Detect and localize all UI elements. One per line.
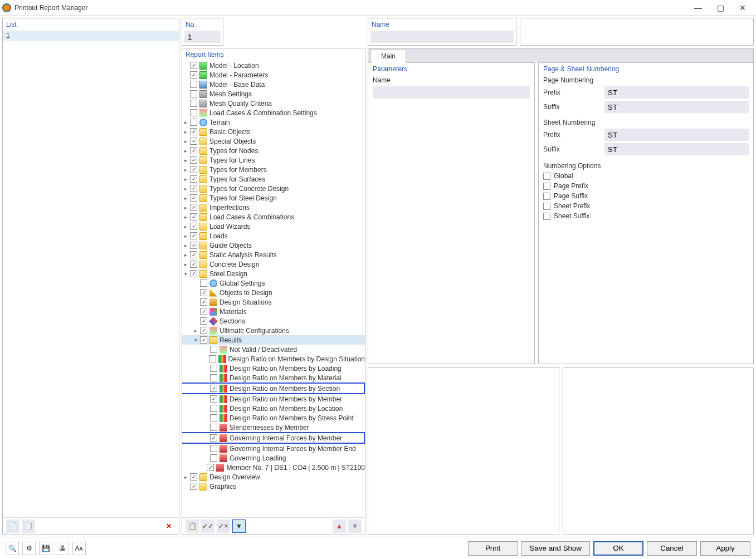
chevron-right-icon[interactable]: ▸ bbox=[192, 327, 199, 334]
tree-node[interactable]: Load Cases & Combination Settings bbox=[182, 108, 365, 117]
chevron-right-icon[interactable]: ▸ bbox=[182, 233, 189, 239]
sheet-prefix-input[interactable] bbox=[604, 129, 749, 141]
tree-node[interactable]: ▸Types for Members bbox=[182, 165, 365, 174]
option-checkbox[interactable] bbox=[543, 173, 550, 180]
chevron-right-icon[interactable]: ▸ bbox=[182, 261, 189, 268]
chevron-right-icon[interactable]: ▸ bbox=[182, 157, 189, 164]
option-checkbox[interactable] bbox=[543, 213, 550, 220]
option-checkbox[interactable] bbox=[543, 203, 550, 210]
tree-checkbox[interactable] bbox=[200, 327, 207, 334]
tree-node[interactable]: ▸Concrete Design bbox=[182, 259, 365, 269]
tree-node[interactable]: ▸Types for Nodes bbox=[182, 146, 365, 155]
tree-checkbox[interactable] bbox=[200, 317, 207, 325]
tree-node[interactable]: Mesh Quality Criteria bbox=[182, 99, 365, 108]
tab-main[interactable]: Main bbox=[370, 49, 406, 63]
language-button[interactable]: Aᴀ bbox=[72, 542, 86, 555]
page-suffix-input[interactable] bbox=[604, 101, 749, 113]
chevron-right-icon[interactable]: ▸ bbox=[182, 242, 189, 249]
tree-node[interactable]: ▸Types for Steel Design bbox=[182, 193, 365, 203]
chevron-right-icon[interactable]: ▸ bbox=[182, 185, 189, 192]
tree-checkbox[interactable] bbox=[190, 242, 197, 249]
move-down-button[interactable]: ▼ bbox=[348, 519, 362, 533]
tree-node[interactable]: ▸Basic Objects bbox=[182, 127, 365, 136]
settings-button[interactable]: ⚙ bbox=[22, 542, 36, 555]
tree-node[interactable]: Not Valid / Deactivated bbox=[182, 345, 365, 354]
tree-node[interactable]: ▸Loads bbox=[182, 231, 365, 241]
tree-node[interactable]: Design Ratio on Members by Material bbox=[182, 373, 365, 383]
tree-checkbox[interactable] bbox=[210, 424, 217, 431]
tree-checkbox[interactable] bbox=[190, 100, 197, 107]
tree-node[interactable]: Governing Internal Forces by Member End bbox=[182, 444, 365, 453]
option-checkbox[interactable] bbox=[543, 183, 550, 190]
tree-checkbox[interactable] bbox=[200, 289, 207, 296]
tree-checkbox[interactable] bbox=[200, 280, 207, 287]
tree-checkbox[interactable] bbox=[190, 166, 197, 173]
tree-checkbox[interactable] bbox=[190, 138, 197, 145]
numbering-option[interactable]: Page Prefix bbox=[539, 181, 753, 191]
filter-button[interactable]: ▼ bbox=[232, 519, 246, 533]
tree-node[interactable]: ▸Design Overview bbox=[182, 472, 365, 482]
tree-node[interactable]: Governing Internal Forces by Member bbox=[182, 433, 342, 443]
tree-checkbox[interactable] bbox=[210, 445, 217, 452]
tree-checkbox[interactable] bbox=[210, 385, 217, 392]
tree-checkbox[interactable] bbox=[190, 81, 197, 88]
tree-checkbox[interactable] bbox=[190, 147, 197, 154]
tree-node[interactable]: Governing Loading bbox=[182, 453, 365, 463]
numbering-option[interactable]: Page Suffix bbox=[539, 191, 753, 201]
tree-checkbox[interactable] bbox=[190, 483, 197, 490]
tree-node[interactable]: Model - Location bbox=[182, 61, 365, 70]
chevron-right-icon[interactable]: ▸ bbox=[182, 119, 189, 126]
tree-node[interactable]: ▸Guide Objects bbox=[182, 241, 365, 250]
tree-node[interactable]: Design Ratio on Members by Location bbox=[182, 404, 365, 413]
tree-checkbox[interactable] bbox=[190, 473, 197, 480]
tree-node[interactable]: Mesh Settings bbox=[182, 89, 365, 99]
tree-checkbox[interactable] bbox=[210, 346, 217, 353]
tree-checkbox[interactable] bbox=[210, 374, 217, 381]
tree-checkbox[interactable] bbox=[209, 355, 216, 362]
tree-checkbox[interactable] bbox=[210, 414, 217, 421]
tree-node[interactable]: Global Settings bbox=[182, 278, 365, 288]
apply-button[interactable]: Apply bbox=[700, 541, 750, 556]
list-item[interactable]: 1 bbox=[3, 31, 179, 41]
tree-checkbox[interactable] bbox=[210, 454, 217, 462]
tree-node[interactable]: ▸Ultimate Configurations bbox=[182, 326, 365, 335]
tree-node[interactable]: ▸Types for Surfaces bbox=[182, 174, 365, 184]
maximize-button[interactable]: ▢ bbox=[709, 1, 731, 14]
tree-checkbox[interactable] bbox=[190, 71, 197, 79]
tree-checkbox[interactable] bbox=[190, 204, 197, 211]
chevron-down-icon[interactable]: ▾ bbox=[192, 337, 199, 344]
tree-checkbox[interactable] bbox=[190, 232, 197, 239]
chevron-right-icon[interactable]: ▸ bbox=[182, 223, 189, 230]
chevron-right-icon[interactable]: ▸ bbox=[182, 195, 189, 202]
save-icon-button[interactable]: 💾 bbox=[39, 542, 52, 555]
close-button[interactable]: ✕ bbox=[731, 1, 754, 14]
tree-node[interactable]: Design Situations bbox=[182, 297, 365, 307]
tree-checkbox[interactable] bbox=[190, 128, 197, 135]
numbering-option[interactable]: Sheet Suffix bbox=[539, 211, 753, 221]
chevron-right-icon[interactable]: ▸ bbox=[182, 252, 189, 258]
copy-button[interactable]: 📋 bbox=[186, 519, 199, 533]
tree-checkbox[interactable] bbox=[190, 156, 197, 164]
tree-checkbox[interactable] bbox=[190, 251, 197, 258]
tree-checkbox[interactable] bbox=[190, 119, 197, 126]
tree-node[interactable]: ▸Terrain bbox=[182, 117, 365, 127]
option-checkbox[interactable] bbox=[543, 193, 550, 200]
delete-report-button[interactable]: ✕ bbox=[162, 519, 175, 533]
tree-node[interactable]: ▸Types for Lines bbox=[182, 155, 365, 165]
uncheck-all-button[interactable]: ✓× bbox=[217, 519, 230, 533]
tree-checkbox[interactable] bbox=[190, 194, 197, 202]
tree-node[interactable]: Slendernesses by Member bbox=[182, 423, 365, 432]
tree-node[interactable]: Graphics bbox=[182, 482, 365, 491]
sheet-suffix-input[interactable] bbox=[604, 143, 749, 155]
page-prefix-input[interactable] bbox=[604, 86, 749, 99]
ok-button[interactable]: OK bbox=[593, 541, 643, 556]
tree-node[interactable]: Design Ratio on Members by Member bbox=[182, 394, 365, 404]
tree-checkbox[interactable] bbox=[200, 298, 207, 306]
tree-checkbox[interactable] bbox=[190, 270, 197, 277]
tree-checkbox[interactable] bbox=[207, 464, 214, 471]
tree-checkbox[interactable] bbox=[190, 175, 197, 183]
chevron-right-icon[interactable]: ▸ bbox=[182, 204, 189, 211]
chevron-right-icon[interactable]: ▸ bbox=[182, 214, 189, 220]
no-input[interactable] bbox=[184, 31, 221, 43]
tree-node[interactable]: Design Ratio on Members by Section bbox=[182, 384, 340, 393]
